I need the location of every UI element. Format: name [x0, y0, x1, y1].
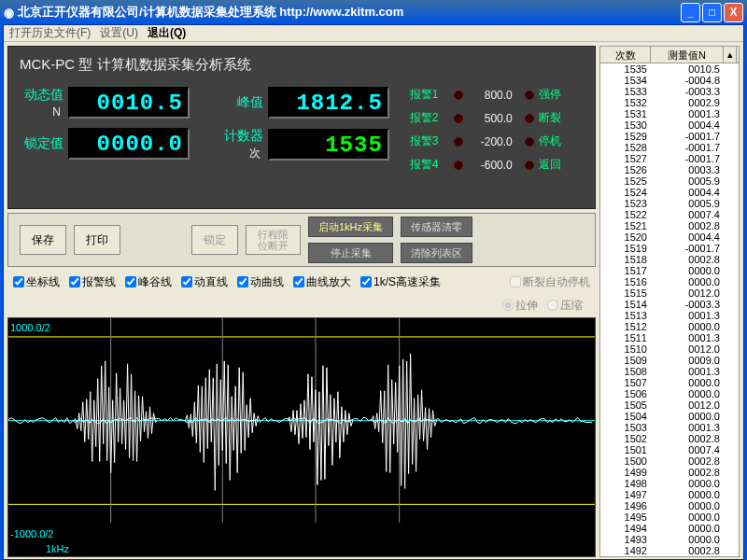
clear-list-button[interactable]: 清除列表区	[401, 243, 472, 263]
check-coord[interactable]: 坐标线	[13, 274, 60, 290]
table-row[interactable]: 14970000.0	[600, 489, 739, 500]
button-panel: 保存 打印 锁定 行程限 位断开 启动1kHz采集 停止采集 传感器清零 清除列…	[7, 213, 596, 267]
check-alarm[interactable]: 报警线	[69, 274, 116, 290]
lock-button[interactable]: 锁定	[191, 225, 238, 255]
table-row[interactable]: 1529-0001.7	[600, 131, 739, 142]
close-button[interactable]: X	[724, 3, 743, 22]
check-autostop[interactable]: 断裂自动停机	[510, 274, 590, 290]
table-row[interactable]: 15150012.0	[600, 287, 739, 299]
start-acquisition-button[interactable]: 启动1kHz采集	[308, 217, 393, 237]
table-row[interactable]: 15090009.0	[600, 355, 739, 366]
sensor-zero-button[interactable]: 传感器清零	[401, 217, 472, 237]
checkbox-row: 坐标线 报警线 峰谷线 动直线 动曲线 曲线放大 1k/S高速采集 断裂自动停机	[7, 271, 596, 293]
panel-title: MCK-PC 型 计算机数据采集分析系统	[20, 56, 584, 74]
table-row[interactable]: 15060000.0	[600, 388, 739, 399]
counter-label: 计数器次	[219, 128, 268, 161]
table-row[interactable]: 15180002.8	[600, 254, 739, 265]
client-area: 打开历史文件(F) 设置(U) 退出(Q) MCK-PC 型 计算机数据采集分析…	[3, 24, 744, 560]
alarm-row-2: 报警2500.0断裂	[410, 110, 584, 126]
table-row[interactable]: 15260003.3	[600, 164, 739, 175]
table-row[interactable]: 15100012.0	[600, 343, 739, 355]
menu-open-history[interactable]: 打开历史文件(F)	[9, 25, 91, 41]
table-header: 次数 测量值N ▴	[600, 47, 739, 63]
radio-compress[interactable]: 压缩	[547, 298, 583, 314]
table-row[interactable]: 1528-0001.7	[600, 142, 739, 153]
alarm-row-3: 报警3-200.0停机	[410, 133, 584, 149]
table-row[interactable]: 1514-0003.3	[600, 299, 739, 310]
table-row[interactable]: 15070000.0	[600, 377, 739, 388]
table-row[interactable]: 15300004.4	[600, 119, 739, 131]
alarm-group: 报警1800.0强停报警2500.0断裂报警3-200.0停机报警4-600.0…	[410, 87, 584, 173]
table-row[interactable]: 15080001.3	[600, 366, 739, 377]
check-straight[interactable]: 动直线	[181, 274, 228, 290]
table-row[interactable]: 15050012.0	[600, 399, 739, 411]
menubar: 打开历史文件(F) 设置(U) 退出(Q)	[4, 25, 743, 42]
table-row[interactable]: 15320002.9	[600, 97, 739, 108]
check-highspeed[interactable]: 1k/S高速采集	[360, 274, 441, 290]
dynamic-label: 动态值N	[20, 87, 68, 119]
travel-limit-button[interactable]: 行程限 位断开	[246, 225, 301, 255]
table-row[interactable]: 1519-0001.7	[600, 243, 739, 254]
table-row[interactable]: 14940000.0	[600, 523, 739, 534]
table-row[interactable]: 15160000.0	[600, 276, 739, 287]
table-row[interactable]: 15040000.0	[600, 411, 739, 422]
window-title: 北京正开仪器有限公司/计算机数据采集处理系统 http://www.zkitm.…	[14, 4, 679, 21]
check-zoom[interactable]: 曲线放大	[293, 274, 351, 290]
table-body[interactable]: 15350010.51534-0004.81533-0003.315320002…	[600, 63, 739, 556]
table-row[interactable]: 15000002.8	[600, 455, 739, 467]
titlebar: ◉ 北京正开仪器有限公司/计算机数据采集处理系统 http://www.zkit…	[0, 0, 747, 24]
table-row[interactable]: 15110001.3	[600, 332, 739, 343]
readout-panel: MCK-PC 型 计算机数据采集分析系统 动态值N 0010.5 锁定值 000…	[7, 46, 596, 209]
th-count[interactable]: 次数	[600, 47, 651, 63]
maximize-button[interactable]: □	[702, 3, 722, 22]
y-bot-label: -1000.0/2	[10, 528, 53, 539]
data-table: 次数 测量值N ▴ 15350010.51534-0004.81533-0003…	[599, 46, 740, 557]
x-label: 1kHz	[46, 543, 69, 554]
locked-label: 锁定值	[20, 135, 68, 152]
print-button[interactable]: 打印	[74, 225, 120, 255]
table-row[interactable]: 14950000.0	[600, 511, 739, 523]
check-peakvalley[interactable]: 峰谷线	[125, 274, 172, 290]
table-row[interactable]: 15010007.4	[600, 444, 739, 455]
scroll-up-icon[interactable]: ▴	[724, 47, 737, 63]
table-row[interactable]: 15350010.5	[600, 63, 739, 75]
locked-value: 0000.0	[68, 128, 190, 160]
dynamic-value: 0010.5	[68, 87, 190, 119]
table-row[interactable]: 15230005.9	[600, 198, 739, 209]
table-row[interactable]: 15310001.3	[600, 108, 739, 119]
table-row[interactable]: 15030001.3	[600, 422, 739, 433]
table-row[interactable]: 14930000.0	[600, 534, 739, 545]
table-row[interactable]: 15170000.0	[600, 265, 739, 276]
table-row[interactable]: 15220007.4	[600, 209, 739, 220]
table-row[interactable]: 15250005.9	[600, 175, 739, 187]
table-row[interactable]: 15120000.0	[600, 321, 739, 332]
table-row[interactable]: 14990002.8	[600, 467, 739, 478]
menu-settings[interactable]: 设置(U)	[100, 25, 138, 41]
menu-exit[interactable]: 退出(Q)	[148, 25, 186, 41]
table-row[interactable]: 15130001.3	[600, 310, 739, 321]
stop-acquisition-button[interactable]: 停止采集	[308, 243, 393, 263]
table-row[interactable]: 15020002.8	[600, 433, 739, 444]
save-button[interactable]: 保存	[20, 225, 66, 255]
table-row[interactable]: 14960000.0	[600, 500, 739, 511]
peak-label: 峰值	[219, 94, 268, 111]
radio-stretch[interactable]: 拉伸	[502, 298, 538, 314]
minimize-button[interactable]: _	[681, 3, 700, 22]
peak-value: 1812.5	[268, 87, 389, 119]
table-row[interactable]: 15200004.4	[600, 231, 739, 243]
table-row[interactable]: 14980000.0	[600, 478, 739, 489]
check-curve[interactable]: 动曲线	[237, 274, 284, 290]
table-row[interactable]: 15240004.4	[600, 187, 739, 198]
app-icon: ◉	[4, 6, 14, 20]
table-row[interactable]: 15210002.8	[600, 220, 739, 231]
table-row[interactable]: 1534-0004.8	[600, 75, 739, 86]
th-value[interactable]: 测量值N	[651, 47, 724, 63]
alarm-row-1: 报警1800.0强停	[410, 87, 584, 103]
table-row[interactable]: 1533-0003.3	[600, 86, 739, 97]
counter-value: 1535	[268, 129, 389, 161]
radio-row: 拉伸 压缩	[7, 297, 596, 314]
waveform-graph[interactable]: 1000.0/2 -1000.0/2 1kHz	[7, 317, 596, 557]
alarm-row-4: 报警4-600.0返回	[410, 157, 584, 173]
table-row[interactable]: 14920002.8	[600, 545, 739, 556]
table-row[interactable]: 1527-0001.7	[600, 153, 739, 164]
